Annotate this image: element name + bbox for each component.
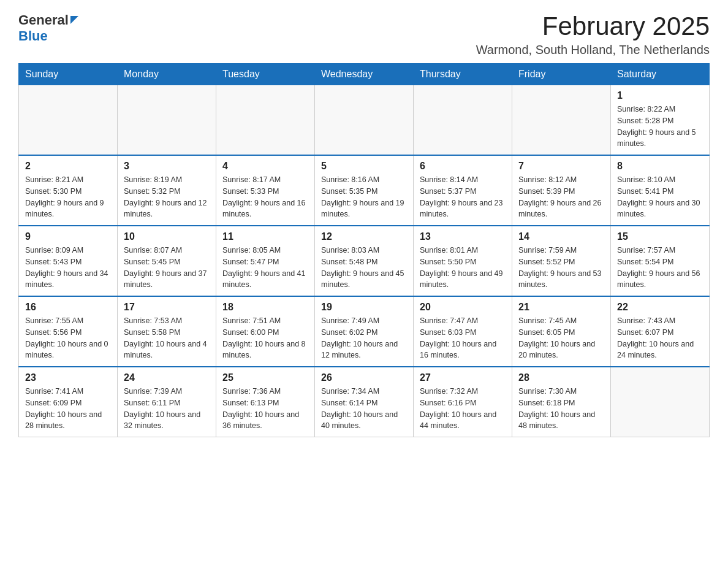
calendar-cell [512, 85, 611, 156]
header-friday: Friday [512, 64, 611, 85]
day-number: 24 [124, 372, 210, 383]
day-number: 10 [124, 231, 210, 242]
calendar-cell: 23Sunrise: 7:41 AM Sunset: 6:09 PM Dayli… [19, 367, 118, 437]
day-info: Sunrise: 8:05 AM Sunset: 5:47 PM Dayligh… [222, 245, 308, 291]
day-number: 13 [420, 231, 506, 242]
day-info: Sunrise: 8:16 AM Sunset: 5:35 PM Dayligh… [321, 174, 407, 220]
header-saturday: Saturday [611, 64, 710, 85]
calendar-week-row-2: 9Sunrise: 8:09 AM Sunset: 5:43 PM Daylig… [19, 226, 710, 296]
day-number: 2 [25, 161, 111, 172]
day-number: 5 [321, 161, 407, 172]
day-info: Sunrise: 8:01 AM Sunset: 5:50 PM Dayligh… [420, 245, 506, 291]
day-info: Sunrise: 8:12 AM Sunset: 5:39 PM Dayligh… [518, 174, 604, 220]
day-info: Sunrise: 7:55 AM Sunset: 5:56 PM Dayligh… [25, 315, 111, 361]
calendar-week-row-3: 16Sunrise: 7:55 AM Sunset: 5:56 PM Dayli… [19, 296, 710, 367]
day-number: 11 [222, 231, 308, 242]
day-info: Sunrise: 8:10 AM Sunset: 5:41 PM Dayligh… [617, 174, 703, 220]
calendar-cell: 13Sunrise: 8:01 AM Sunset: 5:50 PM Dayli… [414, 226, 512, 296]
day-info: Sunrise: 8:07 AM Sunset: 5:45 PM Dayligh… [124, 245, 210, 291]
calendar-cell [118, 85, 216, 156]
day-info: Sunrise: 8:09 AM Sunset: 5:43 PM Dayligh… [25, 245, 111, 291]
day-number: 15 [617, 231, 703, 242]
day-number: 17 [124, 302, 210, 313]
calendar-cell: 27Sunrise: 7:32 AM Sunset: 6:16 PM Dayli… [414, 367, 512, 437]
calendar-cell: 19Sunrise: 7:49 AM Sunset: 6:02 PM Dayli… [315, 296, 414, 367]
day-info: Sunrise: 8:17 AM Sunset: 5:33 PM Dayligh… [222, 174, 308, 220]
logo-general-text: General [18, 12, 69, 28]
calendar-cell: 15Sunrise: 7:57 AM Sunset: 5:54 PM Dayli… [611, 226, 710, 296]
calendar-week-row-4: 23Sunrise: 7:41 AM Sunset: 6:09 PM Dayli… [19, 367, 710, 437]
day-info: Sunrise: 8:03 AM Sunset: 5:48 PM Dayligh… [321, 245, 407, 291]
day-info: Sunrise: 7:30 AM Sunset: 6:18 PM Dayligh… [518, 386, 604, 432]
calendar-cell [315, 85, 414, 156]
calendar-cell: 11Sunrise: 8:05 AM Sunset: 5:47 PM Dayli… [216, 226, 315, 296]
calendar-cell: 24Sunrise: 7:39 AM Sunset: 6:11 PM Dayli… [118, 367, 216, 437]
logo-blue-text: Blue [18, 28, 48, 44]
day-number: 3 [124, 161, 210, 172]
day-number: 4 [222, 161, 308, 172]
header-thursday: Thursday [414, 64, 512, 85]
calendar-cell: 14Sunrise: 7:59 AM Sunset: 5:52 PM Dayli… [512, 226, 611, 296]
header-wednesday: Wednesday [315, 64, 414, 85]
day-number: 22 [617, 302, 703, 313]
day-number: 6 [420, 161, 506, 172]
calendar-cell: 5Sunrise: 8:16 AM Sunset: 5:35 PM Daylig… [315, 155, 414, 226]
day-info: Sunrise: 8:22 AM Sunset: 5:28 PM Dayligh… [617, 104, 703, 150]
calendar: Sunday Monday Tuesday Wednesday Thursday… [18, 63, 710, 437]
day-number: 16 [25, 302, 111, 313]
day-info: Sunrise: 7:47 AM Sunset: 6:03 PM Dayligh… [420, 315, 506, 361]
day-info: Sunrise: 7:51 AM Sunset: 6:00 PM Dayligh… [222, 315, 308, 361]
calendar-cell: 8Sunrise: 8:10 AM Sunset: 5:41 PM Daylig… [611, 155, 710, 226]
day-number: 28 [518, 372, 604, 383]
calendar-cell: 25Sunrise: 7:36 AM Sunset: 6:13 PM Dayli… [216, 367, 315, 437]
calendar-cell [19, 85, 118, 156]
calendar-cell: 12Sunrise: 8:03 AM Sunset: 5:48 PM Dayli… [315, 226, 414, 296]
day-info: Sunrise: 7:53 AM Sunset: 5:58 PM Dayligh… [124, 315, 210, 361]
calendar-cell [611, 367, 710, 437]
calendar-cell: 3Sunrise: 8:19 AM Sunset: 5:32 PM Daylig… [118, 155, 216, 226]
day-number: 27 [420, 372, 506, 383]
calendar-cell: 16Sunrise: 7:55 AM Sunset: 5:56 PM Dayli… [19, 296, 118, 367]
day-number: 8 [617, 161, 703, 172]
day-number: 12 [321, 231, 407, 242]
calendar-week-row-0: 1Sunrise: 8:22 AM Sunset: 5:28 PM Daylig… [19, 85, 710, 156]
day-number: 20 [420, 302, 506, 313]
calendar-cell: 21Sunrise: 7:45 AM Sunset: 6:05 PM Dayli… [512, 296, 611, 367]
day-number: 21 [518, 302, 604, 313]
day-number: 1 [617, 90, 703, 101]
calendar-cell: 9Sunrise: 8:09 AM Sunset: 5:43 PM Daylig… [19, 226, 118, 296]
day-info: Sunrise: 8:19 AM Sunset: 5:32 PM Dayligh… [124, 174, 210, 220]
calendar-cell: 7Sunrise: 8:12 AM Sunset: 5:39 PM Daylig… [512, 155, 611, 226]
calendar-cell: 6Sunrise: 8:14 AM Sunset: 5:37 PM Daylig… [414, 155, 512, 226]
day-number: 14 [518, 231, 604, 242]
calendar-cell: 4Sunrise: 8:17 AM Sunset: 5:33 PM Daylig… [216, 155, 315, 226]
day-number: 26 [321, 372, 407, 383]
calendar-cell [216, 85, 315, 156]
calendar-cell: 22Sunrise: 7:43 AM Sunset: 6:07 PM Dayli… [611, 296, 710, 367]
page: General Blue February 2025 Warmond, Sout… [0, 0, 728, 450]
calendar-week-row-1: 2Sunrise: 8:21 AM Sunset: 5:30 PM Daylig… [19, 155, 710, 226]
calendar-cell [414, 85, 512, 156]
day-number: 23 [25, 372, 111, 383]
calendar-cell: 1Sunrise: 8:22 AM Sunset: 5:28 PM Daylig… [611, 85, 710, 156]
calendar-cell: 20Sunrise: 7:47 AM Sunset: 6:03 PM Dayli… [414, 296, 512, 367]
day-info: Sunrise: 7:39 AM Sunset: 6:11 PM Dayligh… [124, 386, 210, 432]
header: General Blue February 2025 Warmond, Sout… [18, 12, 710, 57]
day-info: Sunrise: 7:45 AM Sunset: 6:05 PM Dayligh… [518, 315, 604, 361]
day-info: Sunrise: 7:34 AM Sunset: 6:14 PM Dayligh… [321, 386, 407, 432]
calendar-cell: 2Sunrise: 8:21 AM Sunset: 5:30 PM Daylig… [19, 155, 118, 226]
calendar-cell: 18Sunrise: 7:51 AM Sunset: 6:00 PM Dayli… [216, 296, 315, 367]
calendar-cell: 28Sunrise: 7:30 AM Sunset: 6:18 PM Dayli… [512, 367, 611, 437]
day-info: Sunrise: 7:49 AM Sunset: 6:02 PM Dayligh… [321, 315, 407, 361]
header-monday: Monday [118, 64, 216, 85]
day-number: 25 [222, 372, 308, 383]
day-info: Sunrise: 7:32 AM Sunset: 6:16 PM Dayligh… [420, 386, 506, 432]
day-info: Sunrise: 7:59 AM Sunset: 5:52 PM Dayligh… [518, 245, 604, 291]
location-text: Warmond, South Holland, The Netherlands [476, 43, 710, 57]
calendar-cell: 26Sunrise: 7:34 AM Sunset: 6:14 PM Dayli… [315, 367, 414, 437]
weekday-header-row: Sunday Monday Tuesday Wednesday Thursday… [19, 64, 710, 85]
day-info: Sunrise: 7:41 AM Sunset: 6:09 PM Dayligh… [25, 386, 111, 432]
header-tuesday: Tuesday [216, 64, 315, 85]
day-number: 19 [321, 302, 407, 313]
title-block: February 2025 Warmond, South Holland, Th… [476, 12, 710, 57]
